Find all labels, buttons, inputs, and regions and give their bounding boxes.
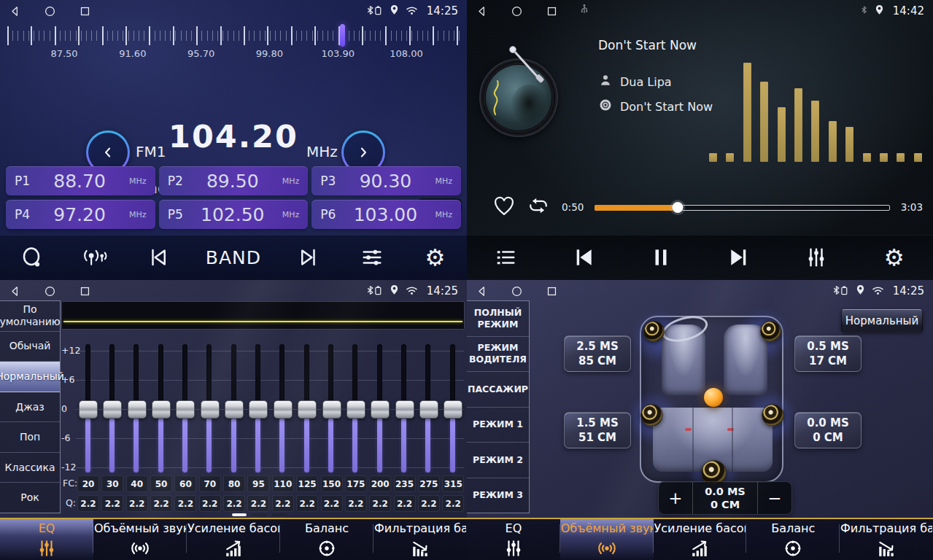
tab-surround[interactable]: Объёмный звук <box>93 519 187 560</box>
q-value-chip[interactable]: 2.2 <box>442 495 464 512</box>
q-value-chip[interactable]: 2.2 <box>150 495 172 512</box>
eq-settings-icon[interactable] <box>356 241 388 273</box>
eq-preset-item[interactable]: Джаз <box>0 392 60 423</box>
eq-band-slider[interactable] <box>128 344 145 472</box>
eq-slider-handle[interactable] <box>395 400 414 419</box>
fc-value-chip[interactable]: 200 <box>369 475 391 492</box>
fc-value-chip[interactable]: 60 <box>174 475 196 492</box>
q-value-chip[interactable]: 2.2 <box>418 495 440 512</box>
eq-slider-handle[interactable] <box>128 400 147 419</box>
listening-mode-item[interactable]: ПОЛНЫЙ РЕЖИМ <box>467 301 529 337</box>
eq-band-slider[interactable] <box>225 344 242 472</box>
q-value-chip[interactable]: 2.2 <box>199 495 221 512</box>
q-value-chip[interactable]: 2.2 <box>345 495 367 512</box>
eq-slider-handle[interactable] <box>225 400 244 419</box>
delay-increase-button[interactable]: + <box>659 482 692 514</box>
eq-slider-handle[interactable] <box>201 400 220 419</box>
fc-value-chip[interactable]: 80 <box>223 475 245 492</box>
scan-icon[interactable] <box>15 241 47 273</box>
home-button[interactable] <box>44 5 56 18</box>
tab-filter[interactable]: Фильтрация ба... <box>373 519 467 560</box>
front-right-delay[interactable]: 0.5 MS 17 CM <box>794 335 862 372</box>
back-button[interactable] <box>9 285 21 298</box>
tab-filter[interactable]: Фильтрация ба... <box>840 519 933 560</box>
eq-settings-icon[interactable] <box>800 241 832 273</box>
eq-band-slider[interactable] <box>347 344 364 472</box>
home-button[interactable] <box>511 285 523 298</box>
home-button[interactable] <box>511 5 523 18</box>
eq-band-slider[interactable] <box>79 344 96 472</box>
q-value-chip[interactable]: 2.2 <box>369 495 391 512</box>
eq-slider-handle[interactable] <box>419 400 438 419</box>
previous-track-icon[interactable] <box>568 241 600 273</box>
recents-button[interactable] <box>546 285 558 298</box>
eq-band-slider[interactable] <box>176 344 193 472</box>
tab-eq[interactable]: EQ <box>467 519 560 560</box>
listening-mode-item[interactable]: РЕЖИМ ВОДИТЕЛЯ <box>467 337 529 373</box>
eq-slider-handle[interactable] <box>152 400 171 419</box>
eq-preset-item[interactable]: Классика <box>0 453 60 483</box>
band-button[interactable]: BAND <box>206 247 261 268</box>
eq-slider-handle[interactable] <box>444 400 462 419</box>
eq-preset-item[interactable]: Рок <box>0 483 60 513</box>
fc-value-chip[interactable]: 40 <box>126 475 148 492</box>
broadcast-icon[interactable] <box>79 241 111 273</box>
eq-slider-handle[interactable] <box>176 400 195 419</box>
eq-slider-handle[interactable] <box>371 400 390 419</box>
preset-button-p1[interactable]: P188.70MHz <box>6 166 155 195</box>
rear-left-delay[interactable]: 1.5 MS 51 CM <box>564 412 631 448</box>
preset-button-p4[interactable]: P497.20MHz <box>6 200 155 229</box>
eq-band-slider[interactable] <box>444 344 461 472</box>
fc-value-chip[interactable]: 235 <box>394 475 416 492</box>
eq-band-slider[interactable] <box>298 344 315 472</box>
q-value-chip[interactable]: 2.2 <box>394 495 416 512</box>
preset-button-p5[interactable]: P5102.50MHz <box>159 200 309 229</box>
recents-button[interactable] <box>79 285 91 298</box>
front-left-delay[interactable]: 2.5 MS 85 CM <box>564 335 631 372</box>
next-track-icon[interactable] <box>723 241 755 273</box>
eq-slider-handle[interactable] <box>322 400 341 419</box>
playlist-icon[interactable] <box>489 241 522 273</box>
q-value-chip[interactable]: 2.2 <box>296 495 318 512</box>
eq-preset-item[interactable]: Поп <box>0 422 60 453</box>
fc-value-chip[interactable]: 125 <box>296 475 318 492</box>
seek-knob[interactable] <box>672 202 683 213</box>
preset-button-p2[interactable]: P289.50MHz <box>159 166 309 195</box>
previous-icon[interactable] <box>142 241 174 273</box>
q-value-chip[interactable]: 2.2 <box>272 495 294 512</box>
eq-band-slider[interactable] <box>274 344 291 472</box>
fc-value-chip[interactable]: 275 <box>418 475 440 492</box>
listening-mode-item[interactable]: РЕЖИМ 2 <box>467 443 529 478</box>
eq-preset-item[interactable]: По умолчанию <box>0 301 60 332</box>
tab-bass-boost[interactable]: Усиление басов <box>654 519 747 560</box>
q-value-chip[interactable]: 2.2 <box>77 495 99 512</box>
recents-button[interactable] <box>546 5 558 18</box>
fc-value-chip[interactable]: 30 <box>101 475 123 492</box>
listening-mode-item[interactable]: ПАССАЖИР <box>467 372 529 408</box>
settings-gear-icon[interactable]: ⚙ <box>878 241 910 273</box>
eq-preset-item[interactable]: Обычай <box>0 332 60 362</box>
tab-balance[interactable]: Баланс <box>746 519 840 560</box>
eq-band-slider[interactable] <box>419 344 437 472</box>
fc-value-chip[interactable]: 95 <box>247 475 269 492</box>
eq-slider-handle[interactable] <box>298 400 317 419</box>
favorite-icon[interactable] <box>493 195 515 219</box>
home-button[interactable] <box>44 285 56 298</box>
eq-preset-item[interactable]: Нормальный <box>0 362 60 392</box>
pause-icon[interactable] <box>645 241 677 273</box>
next-icon[interactable] <box>293 241 325 273</box>
eq-slider-handle[interactable] <box>347 400 365 419</box>
eq-slider-handle[interactable] <box>79 400 98 419</box>
tab-eq[interactable]: EQ <box>0 519 93 560</box>
tuner-scale[interactable] <box>7 25 460 47</box>
fc-value-chip[interactable]: 150 <box>321 475 343 492</box>
eq-band-slider[interactable] <box>395 344 413 472</box>
q-value-chip[interactable]: 2.2 <box>247 495 269 512</box>
eq-slider-handle[interactable] <box>249 400 268 419</box>
q-value-chip[interactable]: 2.2 <box>174 495 196 512</box>
tab-surround[interactable]: Объёмный звук <box>560 519 654 560</box>
repeat-icon[interactable] <box>526 195 551 219</box>
sound-profile-button[interactable]: Нормальный <box>841 309 923 332</box>
back-button[interactable] <box>476 5 488 18</box>
q-value-chip[interactable]: 2.2 <box>126 495 148 512</box>
